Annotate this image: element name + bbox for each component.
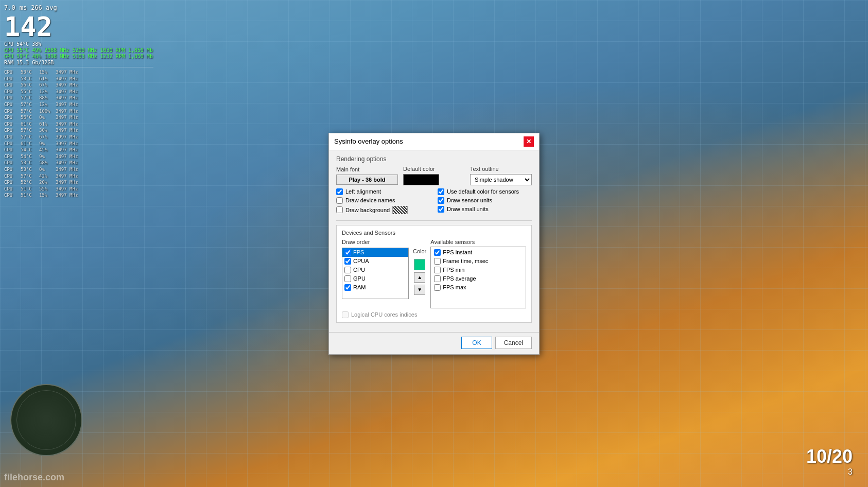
text-outline-label: Text outline <box>470 166 532 172</box>
avail-fps-max: FPS max <box>432 283 525 292</box>
left-alignment-row: Left alignment <box>336 188 430 195</box>
draw-small-units-checkbox[interactable] <box>438 206 444 213</box>
main-font-label: Main font <box>336 166 398 172</box>
rendering-section-title: Rendering options <box>336 155 532 163</box>
color-and-arrows: Color ▲ ▼ <box>413 248 426 308</box>
default-color-label: Default color <box>403 166 465 172</box>
sensor-fps-label: FPS <box>353 249 364 255</box>
sensor-fps-checkbox[interactable] <box>344 249 351 256</box>
draw-order-col: Draw order FPS CPUA <box>342 239 409 308</box>
draw-background-label: Draw background <box>345 207 390 213</box>
draw-device-names-checkbox[interactable] <box>336 197 343 204</box>
sensor-gpu-label: GPU <box>353 275 366 282</box>
options-col-right: Use default color for sensors Draw senso… <box>438 188 532 216</box>
logical-cpu-checkbox[interactable] <box>342 311 349 318</box>
available-sensors-list: FPS instant Frame time, msec FPS min <box>430 247 526 308</box>
arrow-up-button[interactable]: ▲ <box>414 272 425 283</box>
avail-fps-min-label: FPS min <box>443 267 464 273</box>
available-sensors-box: Available sensors FPS instant Frame time… <box>430 239 526 308</box>
color-label: Color <box>413 248 426 254</box>
avail-fps-instant: FPS instant <box>432 248 525 257</box>
sensor-item-cpua[interactable]: CPUA <box>342 257 408 266</box>
text-outline-select[interactable]: Simple shadow <box>470 174 532 185</box>
default-color-input[interactable] <box>403 174 439 185</box>
sensor-list: FPS CPUA CPU <box>342 248 409 299</box>
sensor-item-fps[interactable]: FPS <box>342 248 408 257</box>
use-default-color-checkbox[interactable] <box>438 188 444 195</box>
sensor-item-gpu[interactable]: GPU <box>342 274 408 283</box>
use-default-color-label: Use default color for sensors <box>447 188 519 195</box>
ok-button[interactable]: OK <box>461 337 492 349</box>
main-font-row: Main font Play - 36 bold Default color T… <box>336 166 532 185</box>
separator <box>336 220 532 221</box>
logical-cpu-row: Logical CPU cores indices <box>342 311 526 318</box>
sensor-cpua-checkbox[interactable] <box>344 258 351 265</box>
sensor-cpu-checkbox[interactable] <box>344 267 351 273</box>
dialog-close-button[interactable]: ✕ <box>524 136 534 147</box>
options-col-left: Left alignment Draw device names Draw ba… <box>336 188 430 216</box>
draw-device-names-row: Draw device names <box>336 197 430 204</box>
sysinfo-dialog: Sysinfo overlay options ✕ Rendering opti… <box>328 133 540 355</box>
draw-sensor-units-row: Draw sensor units <box>438 197 532 204</box>
sensor-item-cpu[interactable]: CPU <box>342 266 408 274</box>
draw-small-units-row: Draw small units <box>438 206 532 213</box>
draw-sensor-units-label: Draw sensor units <box>447 197 492 203</box>
avail-frame-time-label: Frame time, msec <box>443 258 488 264</box>
avail-fps-average-label: FPS average <box>443 275 476 282</box>
draw-device-names-label: Draw device names <box>345 197 395 203</box>
sensor-item-ram[interactable]: RAM <box>342 283 408 292</box>
left-alignment-checkbox[interactable] <box>336 188 343 195</box>
sensor-cpu-label: CPU <box>353 267 365 273</box>
arrow-down-button[interactable]: ▼ <box>414 285 425 295</box>
avail-fps-max-label: FPS max <box>443 284 466 290</box>
avail-fps-instant-checkbox[interactable] <box>434 249 441 256</box>
color-swatch[interactable] <box>414 259 425 270</box>
avail-fps-min: FPS min <box>432 266 525 274</box>
avail-frame-time-checkbox[interactable] <box>434 258 441 265</box>
use-default-color-row: Use default color for sensors <box>438 188 532 195</box>
sensor-gpu-checkbox[interactable] <box>344 275 351 282</box>
avail-frame-time: Frame time, msec <box>432 257 525 266</box>
draw-small-units-label: Draw small units <box>447 206 489 212</box>
draw-order-label: Draw order <box>342 239 409 245</box>
cancel-button[interactable]: Cancel <box>495 337 532 349</box>
avail-fps-min-checkbox[interactable] <box>434 267 441 273</box>
devices-section: Devices and Sensors Draw order FPS <box>336 225 532 323</box>
dialog-titlebar: Sysinfo overlay options ✕ <box>329 133 539 150</box>
left-alignment-label: Left alignment <box>345 188 381 195</box>
sensor-cpua-label: CPUA <box>353 258 369 264</box>
available-sensors-label: Available sensors <box>430 239 526 245</box>
devices-section-title: Devices and Sensors <box>342 230 526 236</box>
draw-background-row: Draw background <box>336 206 430 214</box>
avail-fps-average-checkbox[interactable] <box>434 275 441 282</box>
avail-fps-average: FPS average <box>432 274 525 283</box>
draw-background-checkbox[interactable] <box>336 206 343 213</box>
avail-fps-instant-label: FPS instant <box>443 249 472 255</box>
avail-fps-max-checkbox[interactable] <box>434 284 441 291</box>
dialog-footer: OK Cancel <box>329 332 539 354</box>
draw-sensor-units-checkbox[interactable] <box>438 197 444 204</box>
dialog-backdrop: Sysinfo overlay options ✕ Rendering opti… <box>0 0 868 487</box>
font-select-button[interactable]: Play - 36 bold <box>336 175 398 185</box>
dialog-title: Sysinfo overlay options <box>334 137 403 145</box>
sensor-ram-label: RAM <box>353 284 366 290</box>
options-two-col: Left alignment Draw device names Draw ba… <box>336 188 532 216</box>
logical-cpu-label: Logical CPU cores indices <box>351 311 417 318</box>
dialog-body: Rendering options Main font Play - 36 bo… <box>329 150 539 332</box>
hatch-pattern <box>392 206 408 214</box>
draw-order-area: Draw order FPS CPUA <box>342 239 526 308</box>
sensor-ram-checkbox[interactable] <box>344 284 351 291</box>
